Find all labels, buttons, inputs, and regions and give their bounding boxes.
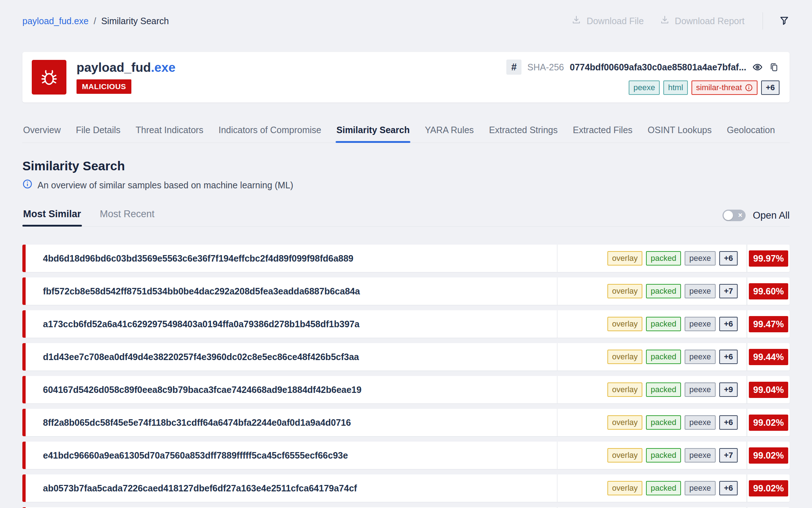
eye-icon[interactable] <box>752 62 763 73</box>
tab-geolocation[interactable]: Geolocation <box>726 121 776 143</box>
tag-7[interactable]: +7 <box>719 448 738 463</box>
tag-html[interactable]: html <box>663 80 688 95</box>
tag-overlay[interactable]: overlay <box>607 317 642 331</box>
sample-hash[interactable]: d1d43ee7c708ea0df49d4e38220257f4e3960dc0… <box>26 343 557 371</box>
divider <box>763 12 763 30</box>
tab-threat-indicators[interactable]: Threat Indicators <box>135 121 204 143</box>
table-row[interactable]: ab0573b7faa5cada7226caed418127dbef6df27a… <box>22 474 790 502</box>
top-bar: payload_fud.exe / Similarity Search Down… <box>22 0 790 30</box>
tag-overlay[interactable]: overlay <box>607 350 642 364</box>
tag-6[interactable]: +6 <box>761 80 780 95</box>
tab-file-details[interactable]: File Details <box>75 121 121 143</box>
tag-overlay[interactable]: overlay <box>607 415 642 430</box>
hash-type-label: SHA-256 <box>527 62 564 73</box>
file-meta: payload_fud.exe MALICIOUS <box>77 61 506 94</box>
tag-packed[interactable]: packed <box>646 481 681 495</box>
tag-peexe[interactable]: peexe <box>685 448 716 463</box>
tag-overlay[interactable]: overlay <box>607 251 642 266</box>
tag-packed[interactable]: packed <box>646 317 681 331</box>
tag-label: overlay <box>612 419 638 426</box>
sample-hash[interactable]: 4bd6d18d96bd6c03bd3569e5563c6e36f7f194ef… <box>26 245 557 272</box>
tag-label: peexe <box>689 419 711 426</box>
tab-indicators-of-compromise[interactable]: Indicators of Compromise <box>218 121 322 143</box>
table-row[interactable]: 8ff2a8b065dc58f45e5e74f118bc31cdff64a647… <box>22 409 790 436</box>
tag-6[interactable]: +6 <box>719 350 738 364</box>
sample-hash[interactable]: e41bdc96660a9ea61305d70a7560a853dff7889f… <box>26 442 557 469</box>
table-row[interactable]: d1d43ee7c708ea0df49d4e38220257f4e3960dc0… <box>22 343 790 371</box>
tag-peexe[interactable]: peexe <box>685 481 716 495</box>
subtab-most-similar[interactable]: Most Similar <box>22 206 82 226</box>
hash-icon: # <box>506 60 521 75</box>
tag-label: overlay <box>612 451 638 459</box>
tag-label: packed <box>651 353 676 361</box>
similarity-score-badge: 99.97% <box>749 250 788 267</box>
tag-packed[interactable]: packed <box>646 350 681 364</box>
similarity-score-badge: 99.04% <box>749 382 788 398</box>
tag-6[interactable]: +6 <box>719 481 738 495</box>
tag-packed[interactable]: packed <box>646 382 681 397</box>
sample-hash[interactable]: 8ff2a8b065dc58f45e5e74f118bc31cdff64a647… <box>26 409 557 436</box>
tag-peexe[interactable]: peexe <box>685 382 716 397</box>
tag-peexe[interactable]: peexe <box>685 317 716 331</box>
tab-yara-rules[interactable]: YARA Rules <box>424 121 475 143</box>
table-row[interactable]: a173ccb6fd52a6a41c6292975498403a0194ffa0… <box>22 310 790 338</box>
tab-osint-lookups[interactable]: OSINT Lookups <box>647 121 712 143</box>
breadcrumb-file-link[interactable]: payload_fud.exe <box>22 16 88 26</box>
table-row[interactable]: fbf572cb8e58d542ff8751d534bb0be4dac292a2… <box>22 277 790 305</box>
sample-hash[interactable]: a173ccb6fd52a6a41c6292975498403a0194ffa0… <box>26 310 557 338</box>
tag-overlay[interactable]: overlay <box>607 448 642 463</box>
tag-overlay[interactable]: overlay <box>607 481 642 495</box>
tag-packed[interactable]: packed <box>646 284 681 298</box>
tab-similarity-search[interactable]: Similarity Search <box>336 121 410 143</box>
tag-6[interactable]: +6 <box>719 317 738 331</box>
tag-label: +6 <box>724 484 733 492</box>
section-description: An overview of similar samples based on … <box>22 179 790 191</box>
sample-hash[interactable]: fbf572cb8e58d542ff8751d534bb0be4dac292a2… <box>26 277 557 305</box>
sample-hash[interactable]: ab0573b7faa5cada7226caed418127dbef6df27a… <box>26 474 557 502</box>
sample-tags: overlaypackedpeexe+9 <box>557 376 746 403</box>
subtabs: Most SimilarMost Recent <box>22 206 155 226</box>
tag-6[interactable]: +6 <box>719 251 738 266</box>
tag-similar-threat[interactable]: similar-threat <box>691 80 758 95</box>
tag-packed[interactable]: packed <box>646 251 681 266</box>
tab-extracted-strings[interactable]: Extracted Strings <box>488 121 558 143</box>
sample-tags: overlaypackedpeexe+6 <box>557 310 746 338</box>
subtab-most-recent[interactable]: Most Recent <box>99 206 156 226</box>
tag-label: similar-threat <box>696 84 742 92</box>
malicious-accent-bar <box>22 409 26 436</box>
sample-tags: overlaypackedpeexe+7 <box>557 442 746 469</box>
table-row[interactable]: 604167d5426d058c89f0eea8c9b79baca3fcae74… <box>22 376 790 403</box>
tag-9[interactable]: +9 <box>719 382 738 397</box>
sample-hash[interactable]: 604167d5426d058c89f0eea8c9b79baca3fcae74… <box>26 376 557 403</box>
tag-peexe[interactable]: peexe <box>685 415 716 430</box>
tag-overlay[interactable]: overlay <box>607 284 642 298</box>
tag-6[interactable]: +6 <box>719 415 738 430</box>
malicious-accent-bar <box>22 277 26 305</box>
tag-label: peexe <box>633 84 655 92</box>
tab-extracted-files[interactable]: Extracted Files <box>572 121 633 143</box>
malicious-accent-bar <box>22 343 26 371</box>
tag-label: +6 <box>724 353 733 361</box>
table-row[interactable]: e41bdc96660a9ea61305d70a7560a853dff7889f… <box>22 442 790 469</box>
section-description-text: An overview of similar samples based on … <box>38 180 293 190</box>
download-report-button[interactable]: Download Report <box>660 15 745 27</box>
tag-label: +6 <box>724 419 733 426</box>
sample-tags: overlaypackedpeexe+6 <box>557 343 746 371</box>
filter-icon[interactable] <box>779 15 790 27</box>
table-row[interactable]: 4bd6d18d96bd6c03bd3569e5563c6e36f7f194ef… <box>22 245 790 272</box>
tag-packed[interactable]: packed <box>646 415 681 430</box>
tag-peexe[interactable]: peexe <box>685 350 716 364</box>
tag-7[interactable]: +7 <box>719 284 738 298</box>
copy-icon[interactable] <box>769 62 780 73</box>
tag-label: packed <box>651 287 676 295</box>
tag-peexe[interactable]: peexe <box>629 80 660 95</box>
tab-overview[interactable]: Overview <box>22 121 61 143</box>
tag-peexe[interactable]: peexe <box>685 251 716 266</box>
open-all-toggle[interactable]: × <box>722 210 746 221</box>
tag-overlay[interactable]: overlay <box>607 382 642 397</box>
download-file-label: Download File <box>586 16 643 26</box>
download-file-button[interactable]: Download File <box>571 15 643 27</box>
tag-peexe[interactable]: peexe <box>685 284 716 298</box>
tag-packed[interactable]: packed <box>646 448 681 463</box>
similarity-cell: 99.02% <box>746 442 790 469</box>
